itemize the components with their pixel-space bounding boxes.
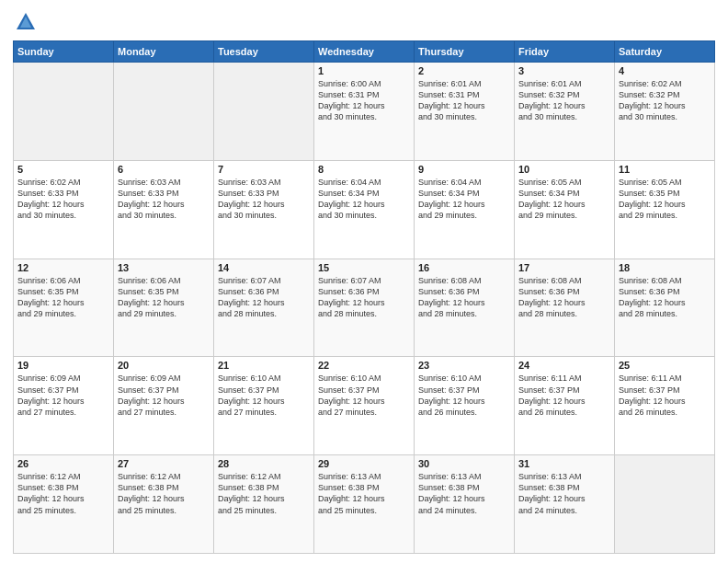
day-number: 6: [118, 164, 210, 175]
day-number: 20: [118, 360, 210, 371]
calendar-day-18: 18Sunrise: 6:08 AM Sunset: 6:36 PM Dayli…: [615, 259, 715, 357]
day-info: Sunrise: 6:08 AM Sunset: 6:36 PM Dayligh…: [418, 275, 510, 320]
day-info: Sunrise: 6:11 AM Sunset: 6:37 PM Dayligh…: [518, 373, 610, 418]
calendar-day-30: 30Sunrise: 6:13 AM Sunset: 6:38 PM Dayli…: [415, 455, 515, 554]
day-number: 10: [518, 164, 610, 175]
calendar-week-5: 26Sunrise: 6:12 AM Sunset: 6:38 PM Dayli…: [14, 455, 715, 554]
calendar-day-27: 27Sunrise: 6:12 AM Sunset: 6:38 PM Dayli…: [114, 455, 214, 554]
calendar-day-3: 3Sunrise: 6:01 AM Sunset: 6:32 PM Daylig…: [515, 63, 615, 161]
calendar-week-1: 1Sunrise: 6:00 AM Sunset: 6:31 PM Daylig…: [14, 63, 715, 161]
weekday-row: SundayMondayTuesdayWednesdayThursdayFrid…: [14, 41, 715, 63]
day-number: 9: [418, 164, 510, 175]
calendar-day-10: 10Sunrise: 6:05 AM Sunset: 6:34 PM Dayli…: [515, 160, 615, 259]
day-info: Sunrise: 6:08 AM Sunset: 6:36 PM Dayligh…: [619, 275, 711, 320]
day-number: 17: [518, 262, 610, 273]
day-info: Sunrise: 6:04 AM Sunset: 6:34 PM Dayligh…: [318, 177, 410, 222]
day-info: Sunrise: 6:13 AM Sunset: 6:38 PM Dayligh…: [318, 471, 410, 516]
day-number: 30: [418, 458, 510, 469]
calendar-day-13: 13Sunrise: 6:06 AM Sunset: 6:35 PM Dayli…: [114, 259, 214, 357]
calendar-week-3: 12Sunrise: 6:06 AM Sunset: 6:35 PM Dayli…: [14, 259, 715, 357]
calendar-day-4: 4Sunrise: 6:02 AM Sunset: 6:32 PM Daylig…: [615, 63, 715, 161]
calendar-day-1: 1Sunrise: 6:00 AM Sunset: 6:31 PM Daylig…: [314, 63, 415, 161]
day-info: Sunrise: 6:11 AM Sunset: 6:37 PM Dayligh…: [619, 373, 711, 418]
day-info: Sunrise: 6:06 AM Sunset: 6:35 PM Dayligh…: [17, 275, 109, 320]
calendar-day-20: 20Sunrise: 6:09 AM Sunset: 6:37 PM Dayli…: [114, 357, 214, 455]
day-info: Sunrise: 6:03 AM Sunset: 6:33 PM Dayligh…: [118, 177, 210, 222]
calendar-day-6: 6Sunrise: 6:03 AM Sunset: 6:33 PM Daylig…: [114, 160, 214, 259]
day-number: 22: [318, 360, 410, 371]
day-info: Sunrise: 6:05 AM Sunset: 6:35 PM Dayligh…: [619, 177, 711, 222]
day-number: 5: [17, 164, 109, 175]
calendar-day-19: 19Sunrise: 6:09 AM Sunset: 6:37 PM Dayli…: [14, 357, 114, 455]
calendar-body: 1Sunrise: 6:00 AM Sunset: 6:31 PM Daylig…: [14, 63, 715, 554]
day-info: Sunrise: 6:03 AM Sunset: 6:33 PM Dayligh…: [218, 177, 310, 222]
day-number: 26: [17, 458, 109, 469]
calendar-day-17: 17Sunrise: 6:08 AM Sunset: 6:36 PM Dayli…: [515, 259, 615, 357]
day-info: Sunrise: 6:09 AM Sunset: 6:37 PM Dayligh…: [17, 373, 109, 418]
calendar-day-11: 11Sunrise: 6:05 AM Sunset: 6:35 PM Dayli…: [615, 160, 715, 259]
calendar-day-28: 28Sunrise: 6:12 AM Sunset: 6:38 PM Dayli…: [214, 455, 314, 554]
day-info: Sunrise: 6:10 AM Sunset: 6:37 PM Dayligh…: [318, 373, 410, 418]
day-info: Sunrise: 6:06 AM Sunset: 6:35 PM Dayligh…: [118, 275, 210, 320]
page: SundayMondayTuesdayWednesdayThursdayFrid…: [0, 0, 728, 563]
calendar-day-29: 29Sunrise: 6:13 AM Sunset: 6:38 PM Dayli…: [314, 455, 415, 554]
calendar-day-15: 15Sunrise: 6:07 AM Sunset: 6:36 PM Dayli…: [314, 259, 415, 357]
calendar-day-2: 2Sunrise: 6:01 AM Sunset: 6:31 PM Daylig…: [415, 63, 515, 161]
day-number: 15: [318, 262, 410, 273]
day-info: Sunrise: 6:01 AM Sunset: 6:31 PM Dayligh…: [418, 78, 510, 123]
calendar-empty-cell: [114, 63, 214, 161]
calendar-day-31: 31Sunrise: 6:13 AM Sunset: 6:38 PM Dayli…: [515, 455, 615, 554]
weekday-header-thursday: Thursday: [415, 41, 515, 63]
calendar-header: SundayMondayTuesdayWednesdayThursdayFrid…: [14, 41, 715, 63]
calendar-empty-cell: [615, 455, 715, 554]
calendar-day-21: 21Sunrise: 6:10 AM Sunset: 6:37 PM Dayli…: [214, 357, 314, 455]
weekday-header-monday: Monday: [114, 41, 214, 63]
day-info: Sunrise: 6:08 AM Sunset: 6:36 PM Dayligh…: [518, 275, 610, 320]
calendar-day-9: 9Sunrise: 6:04 AM Sunset: 6:34 PM Daylig…: [415, 160, 515, 259]
day-number: 1: [318, 65, 410, 76]
day-info: Sunrise: 6:02 AM Sunset: 6:32 PM Dayligh…: [619, 78, 711, 123]
day-number: 2: [418, 65, 510, 76]
day-info: Sunrise: 6:00 AM Sunset: 6:31 PM Dayligh…: [318, 78, 410, 123]
weekday-header-tuesday: Tuesday: [214, 41, 314, 63]
weekday-header-saturday: Saturday: [615, 41, 715, 63]
day-number: 4: [619, 65, 711, 76]
day-number: 23: [418, 360, 510, 371]
day-info: Sunrise: 6:12 AM Sunset: 6:38 PM Dayligh…: [118, 471, 210, 516]
day-info: Sunrise: 6:09 AM Sunset: 6:37 PM Dayligh…: [118, 373, 210, 418]
day-number: 11: [619, 164, 711, 175]
day-number: 16: [418, 262, 510, 273]
day-info: Sunrise: 6:13 AM Sunset: 6:38 PM Dayligh…: [418, 471, 510, 516]
day-info: Sunrise: 6:12 AM Sunset: 6:38 PM Dayligh…: [218, 471, 310, 516]
day-info: Sunrise: 6:05 AM Sunset: 6:34 PM Dayligh…: [518, 177, 610, 222]
calendar-week-4: 19Sunrise: 6:09 AM Sunset: 6:37 PM Dayli…: [14, 357, 715, 455]
calendar-empty-cell: [214, 63, 314, 161]
day-number: 27: [118, 458, 210, 469]
day-number: 24: [518, 360, 610, 371]
day-info: Sunrise: 6:12 AM Sunset: 6:38 PM Dayligh…: [17, 471, 109, 516]
day-info: Sunrise: 6:01 AM Sunset: 6:32 PM Dayligh…: [518, 78, 610, 123]
day-number: 31: [518, 458, 610, 469]
calendar-day-7: 7Sunrise: 6:03 AM Sunset: 6:33 PM Daylig…: [214, 160, 314, 259]
weekday-header-friday: Friday: [515, 41, 615, 63]
day-number: 19: [17, 360, 109, 371]
day-number: 7: [218, 164, 310, 175]
day-number: 21: [218, 360, 310, 371]
logo: [13, 9, 42, 35]
calendar-day-25: 25Sunrise: 6:11 AM Sunset: 6:37 PM Dayli…: [615, 357, 715, 455]
calendar-day-16: 16Sunrise: 6:08 AM Sunset: 6:36 PM Dayli…: [415, 259, 515, 357]
day-number: 3: [518, 65, 610, 76]
day-number: 8: [318, 164, 410, 175]
day-info: Sunrise: 6:13 AM Sunset: 6:38 PM Dayligh…: [518, 471, 610, 516]
day-number: 18: [619, 262, 711, 273]
calendar-day-23: 23Sunrise: 6:10 AM Sunset: 6:37 PM Dayli…: [415, 357, 515, 455]
calendar-day-8: 8Sunrise: 6:04 AM Sunset: 6:34 PM Daylig…: [314, 160, 415, 259]
day-number: 29: [318, 458, 410, 469]
day-number: 28: [218, 458, 310, 469]
day-info: Sunrise: 6:10 AM Sunset: 6:37 PM Dayligh…: [218, 373, 310, 418]
day-number: 12: [17, 262, 109, 273]
calendar-day-22: 22Sunrise: 6:10 AM Sunset: 6:37 PM Dayli…: [314, 357, 415, 455]
weekday-header-wednesday: Wednesday: [314, 41, 415, 63]
calendar-day-26: 26Sunrise: 6:12 AM Sunset: 6:38 PM Dayli…: [14, 455, 114, 554]
day-info: Sunrise: 6:02 AM Sunset: 6:33 PM Dayligh…: [17, 177, 109, 222]
